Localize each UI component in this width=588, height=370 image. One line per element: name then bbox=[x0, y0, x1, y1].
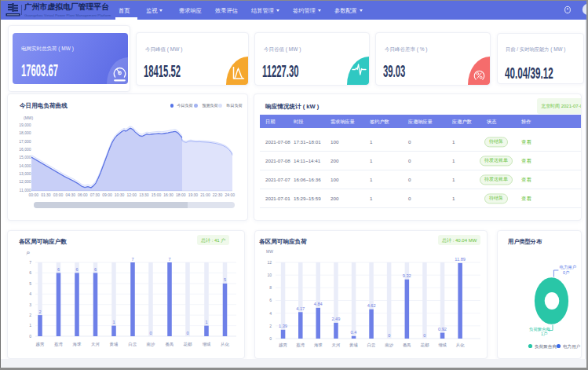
svg-text:1户: 1户 bbox=[541, 332, 547, 336]
svg-text:从化: 从化 bbox=[221, 342, 229, 347]
svg-text:0: 0 bbox=[149, 331, 152, 335]
svg-text:白云: 白云 bbox=[367, 343, 376, 348]
svg-text:6: 6 bbox=[75, 267, 78, 272]
svg-text:0: 0 bbox=[423, 333, 425, 338]
svg-text:09:00: 09:00 bbox=[102, 192, 112, 197]
svg-text:9.32: 9.32 bbox=[403, 273, 411, 278]
svg-text:负荷聚合商: 负荷聚合商 bbox=[535, 344, 557, 349]
svg-text:0: 0 bbox=[388, 333, 390, 338]
svg-text:4: 4 bbox=[269, 311, 272, 316]
svg-text:从化: 从化 bbox=[456, 343, 465, 348]
svg-text:增城: 增城 bbox=[438, 343, 447, 347]
svg-text:荔湾: 荔湾 bbox=[296, 343, 305, 348]
svg-text:南沙: 南沙 bbox=[385, 343, 393, 348]
svg-text:天河: 天河 bbox=[91, 342, 100, 346]
svg-text:06:00: 06:00 bbox=[78, 192, 88, 197]
svg-text:03:00: 03:00 bbox=[53, 192, 64, 197]
svg-text:5: 5 bbox=[29, 281, 31, 286]
svg-text:越秀: 越秀 bbox=[279, 343, 287, 348]
svg-text:2.49: 2.49 bbox=[331, 317, 340, 321]
svg-text:10:30: 10:30 bbox=[115, 192, 125, 197]
svg-text:黄埔: 黄埔 bbox=[110, 342, 119, 346]
svg-text:4: 4 bbox=[29, 291, 31, 296]
svg-text:01:30: 01:30 bbox=[41, 192, 51, 197]
svg-text:14,000: 14,000 bbox=[19, 163, 31, 168]
svg-text:2: 2 bbox=[269, 324, 272, 328]
svg-text:10: 10 bbox=[267, 273, 272, 277]
svg-text:13,000: 13,000 bbox=[19, 171, 31, 176]
svg-text:户: 户 bbox=[26, 251, 30, 255]
svg-text:11,000: 11,000 bbox=[20, 188, 31, 192]
svg-text:7: 7 bbox=[131, 257, 133, 262]
svg-text:12: 12 bbox=[267, 260, 272, 265]
svg-text:12:00: 12:00 bbox=[127, 192, 137, 197]
svg-text:17,000: 17,000 bbox=[19, 139, 31, 144]
svg-text:4.17: 4.17 bbox=[296, 306, 305, 311]
svg-text:1: 1 bbox=[112, 320, 115, 324]
svg-text:4.84: 4.84 bbox=[314, 302, 323, 306]
svg-text:电力用户: 电力用户 bbox=[560, 265, 577, 270]
svg-text:天河: 天河 bbox=[332, 343, 341, 347]
svg-text:19:30: 19:30 bbox=[188, 192, 199, 197]
svg-text:0户: 0户 bbox=[563, 270, 569, 275]
svg-text:7: 7 bbox=[29, 260, 31, 265]
svg-text:0.4: 0.4 bbox=[351, 330, 357, 335]
svg-text:0: 0 bbox=[269, 336, 272, 341]
svg-text:0: 0 bbox=[29, 334, 31, 339]
svg-text:8: 8 bbox=[269, 285, 272, 290]
svg-text:4.62: 4.62 bbox=[367, 303, 376, 308]
svg-text:24:00: 24:00 bbox=[225, 192, 235, 197]
svg-text:南沙: 南沙 bbox=[147, 342, 155, 347]
svg-text:19,000: 19,000 bbox=[19, 123, 31, 127]
svg-text:6: 6 bbox=[29, 270, 31, 275]
svg-text:花都: 花都 bbox=[421, 343, 429, 348]
svg-text:海珠: 海珠 bbox=[314, 343, 323, 348]
svg-text:18:00: 18:00 bbox=[176, 192, 186, 197]
svg-text:6: 6 bbox=[94, 267, 97, 272]
svg-text:黄埔: 黄埔 bbox=[349, 343, 358, 347]
svg-text:11.89: 11.89 bbox=[455, 257, 466, 262]
svg-text:电力用户: 电力用户 bbox=[563, 344, 580, 350]
svg-text:番禺: 番禺 bbox=[403, 343, 411, 348]
svg-text:(MW): (MW) bbox=[24, 115, 34, 120]
svg-text:MW: MW bbox=[266, 249, 273, 254]
svg-text:增城: 增城 bbox=[203, 342, 211, 346]
svg-text:2: 2 bbox=[38, 310, 41, 314]
svg-text:16,000: 16,000 bbox=[19, 147, 31, 152]
svg-text:18,000: 18,000 bbox=[19, 130, 31, 135]
svg-text:12,000: 12,000 bbox=[19, 179, 31, 184]
svg-text:13:30: 13:30 bbox=[139, 192, 149, 197]
svg-text:负荷聚合商: 负荷聚合商 bbox=[529, 327, 551, 332]
svg-text:荔湾: 荔湾 bbox=[54, 342, 63, 347]
svg-text:5: 5 bbox=[224, 277, 226, 282]
svg-text:1: 1 bbox=[29, 323, 31, 328]
svg-text:0.92: 0.92 bbox=[438, 327, 447, 332]
svg-text:22:30: 22:30 bbox=[213, 192, 223, 197]
svg-text:21:00: 21:00 bbox=[200, 192, 210, 197]
svg-text:花都: 花都 bbox=[184, 342, 192, 347]
svg-text:00:00: 00:00 bbox=[29, 192, 39, 197]
svg-text:白云: 白云 bbox=[129, 342, 137, 347]
svg-text:15,000: 15,000 bbox=[19, 155, 31, 159]
svg-text:1.39: 1.39 bbox=[279, 324, 287, 328]
svg-text:2: 2 bbox=[29, 313, 31, 317]
svg-text:越秀: 越秀 bbox=[36, 342, 45, 347]
svg-text:6: 6 bbox=[57, 267, 60, 272]
svg-text:6: 6 bbox=[269, 298, 272, 302]
svg-text:番禺: 番禺 bbox=[166, 342, 174, 347]
svg-text:海珠: 海珠 bbox=[73, 342, 82, 347]
svg-text:07:30: 07:30 bbox=[90, 192, 100, 197]
svg-text:1: 1 bbox=[205, 320, 207, 324]
svg-text:7: 7 bbox=[168, 257, 170, 262]
svg-text:16:30: 16:30 bbox=[163, 192, 173, 197]
svg-text:0: 0 bbox=[186, 331, 188, 335]
svg-text:04:30: 04:30 bbox=[65, 192, 75, 197]
svg-text:3: 3 bbox=[29, 302, 31, 307]
svg-text:15:00: 15:00 bbox=[152, 192, 162, 197]
